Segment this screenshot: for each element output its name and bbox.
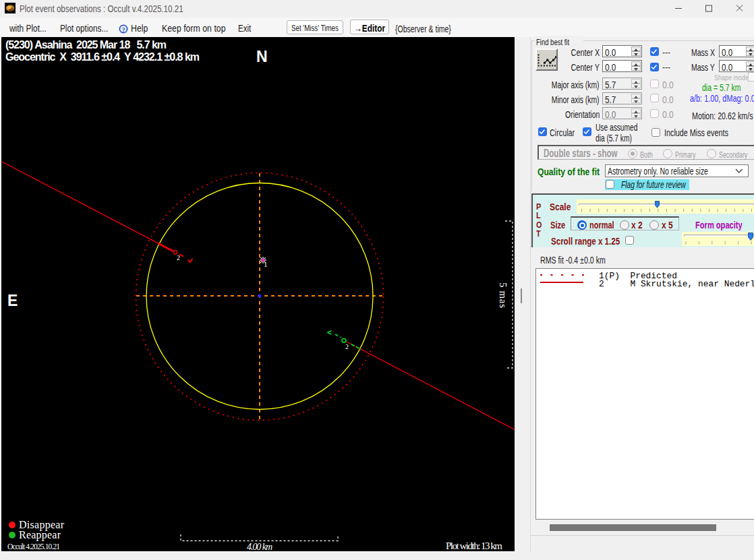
svg-text:4.00 km: 4.00 km	[247, 542, 272, 552]
svg-text:Geocentric X 3911.6 ±0.4 Y: Geocentric X 3911.6 ±0.4 Y 4232.1 ±0.8 k…	[5, 51, 200, 63]
svg-text:Reappear: Reappear	[19, 529, 61, 541]
svg-text:E: E	[7, 292, 18, 309]
svg-text:N: N	[256, 48, 268, 65]
svg-text:(5230) Asahina 2025 Mar 18: (5230) Asahina 2025 Mar 18 5.7 km	[5, 39, 167, 51]
svg-text:2: 2	[345, 343, 349, 350]
svg-text:?: ?	[121, 26, 125, 34]
svg-text:Plot width: 13 km: Plot width: 13 km	[446, 540, 502, 551]
svg-text:2 M Skrutskie, near Nederl: 2 M Skrutskie, near Nederla	[599, 279, 754, 289]
svg-text:Occult 4.2025.10.21: Occult 4.2025.10.21	[7, 542, 60, 551]
svg-text:1: 1	[264, 260, 268, 268]
svg-text:2: 2	[177, 254, 180, 261]
svg-text:5 mas: 5 mas	[498, 282, 509, 308]
